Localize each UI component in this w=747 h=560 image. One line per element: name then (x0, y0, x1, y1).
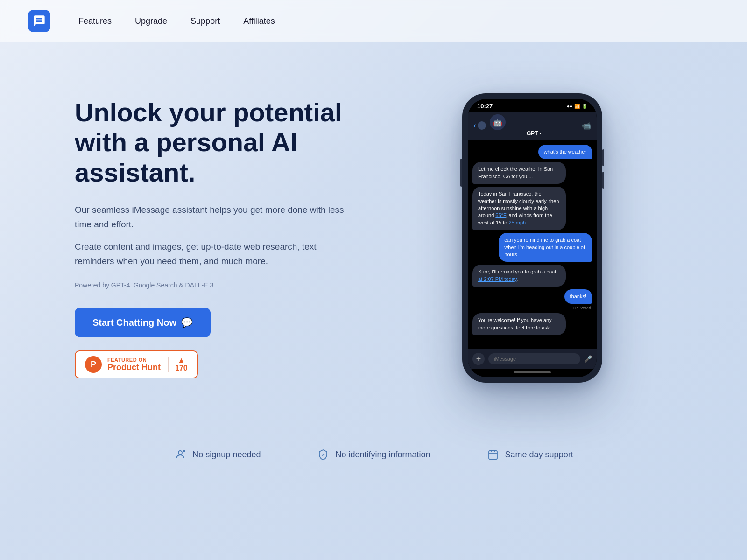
svg-rect-3 (489, 451, 497, 459)
reminder-link[interactable]: at 2:07 PM today (478, 276, 516, 282)
nav-features[interactable]: Features (78, 16, 112, 26)
weather-link-wind[interactable]: 25 mph (508, 220, 526, 225)
chat-avatar: 🤖 (490, 114, 506, 130)
phone-volume-up (602, 149, 604, 166)
svg-point-0 (178, 451, 182, 455)
phone-mockup-container: 10:27 ●● 📶 🔋 ‹ 🤖 GPT · (392, 93, 672, 383)
message-user-thanks: thanks! (564, 289, 592, 304)
product-hunt-badge[interactable]: P FEATURED ON Product Hunt ▲ 170 (75, 350, 198, 378)
product-hunt-icon: P (85, 356, 102, 373)
wifi-icon: 📶 (574, 104, 580, 109)
hero-section: Unlock your potential with a personal AI… (0, 42, 747, 425)
chat-add-button[interactable]: + (472, 353, 485, 365)
logo-icon (28, 10, 50, 32)
hero-content: Unlock your potential with a personal AI… (75, 98, 355, 379)
shield-check-icon (317, 448, 330, 461)
start-chatting-button[interactable]: Start Chatting Now 💬 (75, 308, 211, 337)
navbar: Features Upgrade Support Affiliates (0, 0, 747, 42)
back-button[interactable]: ‹ (473, 121, 486, 130)
logo[interactable] (28, 10, 50, 32)
message-user-reminder: can you remind me to grab a coat when I'… (499, 233, 592, 262)
message-user-weather: what's the weather (538, 145, 592, 159)
weather-link-temp[interactable]: 65°F (495, 212, 506, 218)
nav-upgrade[interactable]: Upgrade (135, 16, 167, 26)
chat-input-area: + 🎤 (468, 349, 597, 369)
hero-desc1: Our seamless iMessage assistant helps yo… (75, 203, 355, 232)
phone-screen: 10:27 ●● 📶 🔋 ‹ 🤖 GPT · (468, 99, 597, 377)
phone-home-indicator (468, 369, 597, 377)
hero-desc2: Create content and images, get up-to-dat… (75, 239, 355, 269)
message-ai-checking: Let me check the weather in San Francisc… (472, 162, 566, 184)
message-ai-weather-detail: Today in San Francisco, the weather is m… (472, 187, 566, 230)
phone-outer: 10:27 ●● 📶 🔋 ‹ 🤖 GPT · (462, 93, 602, 383)
product-hunt-text: FEATURED ON Product Hunt (107, 357, 161, 372)
phone-status-bar: 10:27 ●● 📶 🔋 (468, 99, 597, 112)
feature-no-signup: No signup needed (174, 448, 261, 461)
battery-icon: 🔋 (582, 104, 587, 109)
message-ai-welcome: You're welcome! If you have any more que… (472, 313, 566, 335)
video-call-button[interactable]: 📹 (582, 121, 591, 130)
nav-support[interactable]: Support (190, 16, 220, 26)
home-bar (514, 371, 551, 373)
person-icon (174, 448, 187, 461)
feature-same-day: Same day support (486, 448, 573, 461)
chat-messages: what's the weather Let me check the weat… (468, 140, 597, 349)
chat-header: ‹ 🤖 GPT · 📹 (468, 112, 597, 140)
mic-icon[interactable]: 🎤 (584, 355, 592, 363)
powered-by: Powered by GPT-4, Google Search & DALL-E… (75, 281, 355, 289)
status-icons: ●● 📶 🔋 (567, 104, 587, 109)
chat-bubble-icon (33, 14, 46, 28)
message-delivered-label: Delivered (472, 306, 591, 310)
calendar-icon (486, 448, 500, 461)
chat-icon: 💬 (181, 317, 193, 328)
feature-no-info: No identifying information (317, 448, 430, 461)
features-bar: No signup needed No identifying informat… (0, 425, 747, 489)
phone-volume-down (602, 172, 604, 189)
signal-icon: ●● (567, 104, 572, 109)
product-hunt-votes: ▲ 170 (168, 357, 188, 372)
phone-power-button (460, 159, 462, 187)
nav-links: Features Upgrade Support Affiliates (78, 16, 275, 26)
back-avatar (478, 121, 486, 130)
nav-affiliates[interactable]: Affiliates (243, 16, 275, 26)
hero-title: Unlock your potential with a personal AI… (75, 98, 355, 188)
chat-input[interactable] (488, 353, 580, 364)
chat-header-info: 🤖 GPT · (490, 114, 578, 137)
message-ai-reminder-confirm: Sure, I'll remind you to grab a coat at … (472, 265, 566, 287)
